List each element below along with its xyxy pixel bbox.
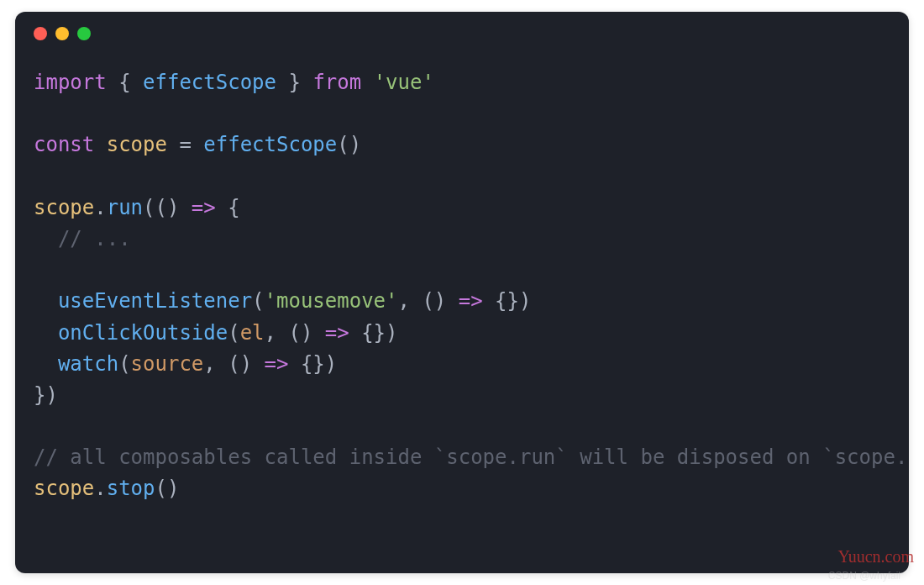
token-punct: , () <box>203 352 264 376</box>
token-punct: { <box>107 71 143 94</box>
token-arrow: => <box>265 352 289 376</box>
token-comment: // all composables called inside `scope.… <box>34 445 909 469</box>
token-indent <box>34 321 58 345</box>
token-punct: ( <box>228 321 239 345</box>
token-comment: // ... <box>58 227 131 250</box>
token-arrow: => <box>459 289 483 313</box>
token-indent <box>34 227 58 250</box>
token-punct: (() <box>143 196 192 219</box>
token-punct: . <box>94 196 106 219</box>
token-arrow: => <box>325 321 349 345</box>
token-variable: scope <box>107 133 167 156</box>
window-controls <box>15 12 909 47</box>
token-punct: ( <box>118 352 130 376</box>
minimize-icon[interactable] <box>55 27 69 40</box>
maximize-icon[interactable] <box>77 27 91 40</box>
token-string: 'mousemove' <box>265 289 398 313</box>
token-punct: {}) <box>349 321 398 345</box>
token-method: run <box>107 196 143 219</box>
watermark-author: CSDN @whyfail <box>828 570 900 582</box>
token-param: el <box>240 321 265 345</box>
token-punct: {}) <box>483 289 532 313</box>
token-punct: () <box>337 133 361 156</box>
token-punct: ( <box>252 289 264 313</box>
token-keyword: const <box>34 133 94 156</box>
code-window: import { effectScope } from 'vue' const … <box>15 12 909 573</box>
token-indent <box>34 352 58 376</box>
token-punct: { <box>216 196 240 219</box>
close-icon[interactable] <box>34 27 47 40</box>
token-punct: } <box>276 71 312 94</box>
token-punct: . <box>94 477 106 500</box>
token-punct: , () <box>265 321 325 345</box>
token-function: effectScope <box>203 133 337 156</box>
token-variable: scope <box>34 477 94 500</box>
token-punct: , () <box>398 289 459 313</box>
token-identifier: effectScope <box>143 71 276 94</box>
token-method: stop <box>107 477 155 500</box>
token-param: source <box>131 352 204 376</box>
watermark-site: Yuucn.com <box>837 547 914 567</box>
token-punct: }) <box>34 383 58 407</box>
token-operator: = <box>167 133 203 156</box>
code-block: import { effectScope } from 'vue' const … <box>15 47 909 525</box>
token-function: useEventListener <box>58 289 252 313</box>
token-keyword: import <box>34 71 107 94</box>
token-punct: () <box>155 477 180 500</box>
token-string: 'vue' <box>374 71 434 94</box>
token-punct: {}) <box>288 352 337 376</box>
token-function: watch <box>58 352 118 376</box>
token-indent <box>34 289 58 313</box>
token-space <box>94 133 106 156</box>
token-keyword: from <box>312 71 361 94</box>
token-variable: scope <box>34 196 94 219</box>
token-arrow: => <box>192 196 216 219</box>
token-space <box>361 71 373 94</box>
token-function: onClickOutside <box>58 321 228 345</box>
